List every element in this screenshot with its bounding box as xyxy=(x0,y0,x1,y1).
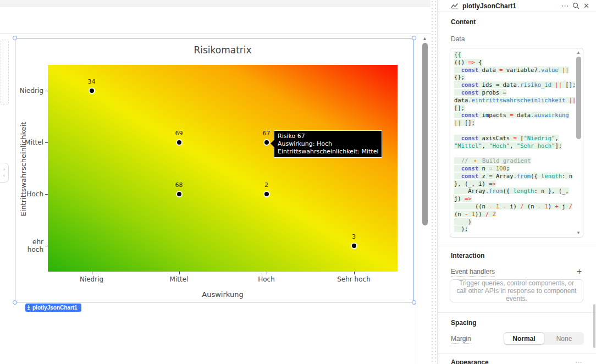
interaction-section-header: Interaction xyxy=(451,252,484,260)
editor-canvas[interactable]: › ‹ Risikomatrix 3469676823 NiedrigMitte… xyxy=(0,0,437,364)
x-tick-mark xyxy=(354,272,355,274)
risk-point-34[interactable] xyxy=(89,87,95,94)
drag-handle-icon xyxy=(27,305,30,310)
section-divider xyxy=(438,312,596,313)
code-line: || []; xyxy=(454,119,581,127)
risk-point-67[interactable] xyxy=(263,139,270,146)
canvas-top-strip xyxy=(0,0,431,7)
tooltip-probability: Eintrittswahrscheinlichkeit: Mittel xyxy=(278,148,378,156)
canvas-scroll-thumb[interactable] xyxy=(422,43,428,225)
add-event-handler-button[interactable]: + xyxy=(577,267,582,277)
scroll-up-icon[interactable]: ▲ xyxy=(576,50,581,55)
close-icon[interactable]: ✕ xyxy=(583,2,589,10)
code-line: ); xyxy=(454,225,581,233)
margin-option-normal[interactable]: Normal xyxy=(504,332,544,345)
margin-segmented-control: Normal None xyxy=(504,332,584,345)
canvas-scrollbar[interactable]: ▲ xyxy=(421,34,430,364)
risk-point-68[interactable] xyxy=(176,191,183,197)
page-boundary-right xyxy=(417,33,417,364)
y-tick-label: ehr hoch xyxy=(15,238,43,253)
data-field-label: Data xyxy=(451,35,465,43)
y-tick-mark xyxy=(45,142,48,143)
risk-point-label: 67 xyxy=(263,130,271,137)
inspector-header: plotlyJsonChart1 ⋯ ✕ xyxy=(438,0,596,12)
tooltip-risk-id: Risiko 67 xyxy=(278,133,378,140)
left-panel-toggle[interactable]: › ‹ xyxy=(0,163,9,183)
x-tick-label: Mittel xyxy=(170,275,189,283)
code-line: Array.from({ length: n }, (_, xyxy=(454,187,581,195)
code-line: "Mittel", "Hoch", "Sehr hoch"]; xyxy=(454,142,581,150)
appearance-section-header: Appearance xyxy=(451,359,489,364)
x-tick-label: Niedrig xyxy=(80,275,103,283)
risk-matrix-plot[interactable]: 3469676823 xyxy=(48,65,398,272)
code-line: ) xyxy=(454,218,581,226)
scroll-down-icon[interactable]: ▼ xyxy=(576,230,581,235)
component-name-tag[interactable]: plotlyJsonChart1 xyxy=(25,304,81,312)
line-chart-icon xyxy=(451,3,459,9)
risk-matrix-chart: Risikomatrix 3469676823 NiedrigMittelHoc… xyxy=(15,38,413,302)
code-line: const probs = xyxy=(454,89,581,97)
risk-point-3[interactable] xyxy=(351,242,357,249)
event-handlers-placeholder[interactable]: Trigger queries, control components, or … xyxy=(450,279,583,302)
code-line: (() => { xyxy=(454,59,581,67)
y-tick-mark xyxy=(45,91,48,91)
risk-point-label: 34 xyxy=(88,78,96,85)
resize-handle-top-left[interactable] xyxy=(13,36,17,40)
y-tick-mark xyxy=(45,194,48,195)
risk-point-69[interactable] xyxy=(176,139,183,146)
x-tick-mark xyxy=(267,272,267,274)
component-name-label: plotlyJsonChart1 xyxy=(32,304,78,312)
section-divider xyxy=(438,354,596,354)
risk-point-2[interactable] xyxy=(263,191,270,197)
x-tick-mark xyxy=(92,272,92,274)
data-code-editor[interactable]: {{(() => { const data = variable7.value … xyxy=(450,48,583,238)
content-section-header: Content xyxy=(451,18,476,26)
margin-option-none[interactable]: None xyxy=(544,332,584,345)
code-editor-scrollbar[interactable]: ▲ ▼ xyxy=(575,49,582,236)
y-tick-label: Niedrig xyxy=(15,87,43,95)
canvas-dot-grid xyxy=(431,0,437,364)
code-line: }, (_, i) => xyxy=(454,180,581,188)
event-handlers-label: Event handlers xyxy=(451,268,495,275)
chevron-left-icon: ‹ xyxy=(3,173,5,178)
tooltip-impact: Auswirkung: Hoch xyxy=(278,140,378,148)
code-line: []; xyxy=(454,104,581,112)
code-line: const n = 100; xyxy=(454,165,581,173)
resize-handle-bottom-right[interactable] xyxy=(412,300,416,305)
inspector-scroll-thumb[interactable] xyxy=(593,304,595,348)
hover-tooltip: Risiko 67 Auswirkung: Hoch Eintrittswahr… xyxy=(274,130,382,158)
spacing-section-header: Spacing xyxy=(451,319,477,327)
x-axis-title: Auswirkung xyxy=(48,290,398,299)
margin-label: Margin xyxy=(451,335,471,343)
code-line xyxy=(454,127,581,135)
code-editor-lines: {{(() => { const data = variable7.value … xyxy=(450,51,583,233)
code-line: {{ xyxy=(454,51,581,59)
search-icon[interactable] xyxy=(572,2,580,9)
scroll-up-icon[interactable]: ▲ xyxy=(422,36,427,41)
more-options-icon[interactable]: ⋯ xyxy=(561,2,569,10)
code-line: {}; xyxy=(454,74,581,81)
app-root: › ‹ Risikomatrix 3469676823 NiedrigMitte… xyxy=(0,0,596,364)
y-tick-mark xyxy=(45,246,48,246)
page-boundary-top xyxy=(0,33,431,34)
empty-drop-slot xyxy=(1,40,9,104)
risk-point-label: 68 xyxy=(175,181,183,189)
inspector-title: plotlyJsonChart1 xyxy=(462,2,558,10)
code-line: // 🔸 Build gradient xyxy=(454,157,581,165)
risk-point-label: 69 xyxy=(175,130,183,137)
plotly-chart-component[interactable]: Risikomatrix 3469676823 NiedrigMittelHoc… xyxy=(15,38,414,302)
code-line: const z = Array.from({ length: n xyxy=(454,173,581,180)
code-line xyxy=(454,150,581,157)
risk-point-label: 3 xyxy=(352,233,356,240)
code-scroll-thumb[interactable] xyxy=(576,57,581,139)
risk-point-label: 2 xyxy=(264,181,268,189)
code-line: data.eintrittswahrscheinlichkeit || xyxy=(454,97,581,104)
resize-handle-top-right[interactable] xyxy=(412,36,416,40)
resize-handle-bottom-left[interactable] xyxy=(13,300,17,305)
code-line: const impacts = data.auswirkung xyxy=(454,112,581,119)
inspector-panel: plotlyJsonChart1 ⋯ ✕ Content Data {{(() … xyxy=(437,0,596,364)
chevron-right-icon: › xyxy=(3,167,5,172)
code-line: const ids = data.risiko_id || []; xyxy=(454,81,581,89)
x-tick-label: Hoch xyxy=(258,275,275,283)
chart-title: Risikomatrix xyxy=(48,45,398,56)
